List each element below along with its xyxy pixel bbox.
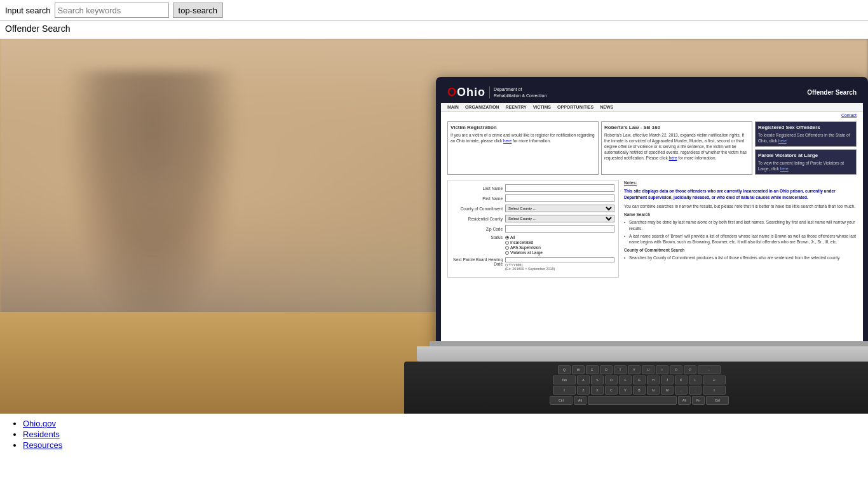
key-v: V bbox=[619, 386, 632, 395]
contact-link[interactable]: Contact bbox=[841, 113, 857, 118]
key-r: R bbox=[600, 365, 613, 374]
key-shift-l: ⇧ bbox=[553, 386, 576, 395]
last-name-input[interactable] bbox=[505, 184, 614, 192]
notes-title: Notes: bbox=[624, 180, 857, 186]
status-violators-label: Violators at Large bbox=[510, 250, 543, 255]
search-label: Input search bbox=[5, 6, 51, 15]
residential-county-label: Residential County bbox=[452, 217, 503, 221]
key-ctrl-r: Ctrl bbox=[706, 396, 729, 405]
key-d: D bbox=[605, 376, 618, 384]
info-box-sex-offenders: Registered Sex Offenders To locate Regis… bbox=[755, 121, 857, 147]
footer-link-ohio[interactable]: Ohio.gov bbox=[23, 419, 56, 428]
footer-link-residents[interactable]: Residents bbox=[23, 430, 60, 439]
ohio-nav: MAIN ORGANIZATION REENTRY VICTIMS OPPORT… bbox=[441, 103, 863, 112]
ohio-logo: OOhio Department of Rehabilitation & Cor… bbox=[447, 86, 546, 99]
key-comma: , bbox=[675, 386, 688, 395]
key-enter: ↵ bbox=[703, 376, 726, 384]
key-q: Q bbox=[558, 365, 571, 374]
status-incarcerated: Incarcerated bbox=[505, 240, 543, 245]
status-all-label: All bbox=[510, 235, 515, 240]
first-name-input[interactable] bbox=[505, 194, 614, 202]
parole-violators-link[interactable]: here bbox=[780, 166, 789, 171]
search-input[interactable] bbox=[55, 3, 169, 18]
nav-victims[interactable]: VICTIMS bbox=[533, 105, 551, 109]
top-search-button[interactable]: top-search bbox=[173, 3, 223, 18]
status-apa-label: APA Supervision bbox=[510, 245, 541, 250]
status-all-radio[interactable] bbox=[505, 236, 509, 240]
page-title: Offender Search bbox=[5, 24, 863, 34]
ohio-o: O bbox=[447, 86, 457, 98]
ohio-contact: Contact bbox=[441, 112, 863, 119]
name-search-title: Name Search bbox=[624, 212, 857, 218]
keyboard-row-3: ⇧ Z X C V B N M , . ⇧ bbox=[408, 386, 868, 395]
info-box-robertas: Roberta's Law - SB 160 Roberta's Law, ef… bbox=[601, 121, 752, 175]
key-space bbox=[588, 396, 677, 405]
footer-link-item-resources: Resources bbox=[23, 440, 858, 450]
status-label: Status bbox=[452, 235, 503, 240]
robertas-text: Roberta's Law, effective March 22, 2013,… bbox=[604, 132, 749, 161]
key-g: G bbox=[633, 376, 646, 384]
county-search-title: County of Commitment Search bbox=[624, 247, 857, 254]
nav-organization[interactable]: ORGANIZATION bbox=[465, 105, 499, 109]
nav-reentry[interactable]: REENTRY bbox=[505, 105, 526, 109]
key-alt-r: Alt bbox=[678, 396, 691, 405]
form-row-county-commitment: County of Commitment Select County ... bbox=[452, 205, 614, 212]
form-row-status: Status All Incarcerated bbox=[452, 235, 614, 255]
parole-date-input[interactable] bbox=[505, 257, 614, 262]
parole-violators-text: To view the current listing of Parole Vi… bbox=[758, 160, 853, 172]
key-t: T bbox=[614, 365, 627, 374]
status-apa: APA Supervision bbox=[505, 245, 543, 250]
person-silhouette bbox=[64, 71, 241, 337]
laptop-keyboard: Q W E R T Y U I O P ← Tab A S D F G H J bbox=[404, 362, 868, 414]
key-alt: Alt bbox=[574, 396, 587, 405]
footer-link-item-residents: Residents bbox=[23, 430, 858, 439]
key-j: J bbox=[661, 376, 674, 384]
name-search-bullet-2: A last name search of 'Brown' will provi… bbox=[624, 233, 857, 246]
sex-offenders-link[interactable]: here bbox=[778, 139, 787, 143]
name-search-bullet-1: Searches may be done by last name alone … bbox=[624, 219, 857, 232]
dept-line1: Department of bbox=[494, 86, 546, 92]
parole-date-label: Next Parole Board Hearing Date bbox=[452, 257, 503, 266]
page-title-bar: Offender Search bbox=[0, 21, 868, 39]
key-fn: Fn bbox=[692, 396, 705, 405]
key-ctrl: Ctrl bbox=[550, 396, 573, 405]
status-violators-radio[interactable] bbox=[505, 251, 509, 255]
dept-line2: Rehabilitation & Correction bbox=[494, 93, 546, 98]
ohio-header: OOhio Department of Rehabilitation & Cor… bbox=[441, 82, 863, 103]
search-form: Last Name First Name County of Commitmen… bbox=[447, 180, 619, 278]
robertas-title: Roberta's Law - SB 160 bbox=[604, 125, 749, 130]
key-n: N bbox=[647, 386, 660, 395]
last-name-label: Last Name bbox=[452, 186, 503, 191]
hero-section: OOhio Department of Rehabilitation & Cor… bbox=[0, 39, 868, 414]
form-row-last-name: Last Name bbox=[452, 184, 614, 192]
key-w: W bbox=[572, 365, 585, 374]
laptop-container: OOhio Department of Rehabilitation & Cor… bbox=[398, 77, 868, 407]
nav-news[interactable]: NEWS bbox=[600, 105, 613, 109]
sex-offenders-title: Registered Sex Offenders bbox=[758, 125, 853, 130]
notes-area: Notes: This site displays data on those … bbox=[624, 180, 857, 278]
residential-county-select[interactable]: Select County ... bbox=[505, 215, 614, 222]
nav-opportunities[interactable]: OPPORTUNITIES bbox=[557, 105, 593, 109]
search-area: Last Name First Name County of Commitmen… bbox=[441, 177, 863, 280]
victim-reg-link[interactable]: here bbox=[503, 139, 512, 143]
key-tab: Tab bbox=[553, 376, 576, 384]
status-violators: Violators at Large bbox=[505, 250, 543, 255]
key-period: . bbox=[689, 386, 702, 395]
info-boxes: Victim Registration If you are a victim … bbox=[441, 119, 863, 177]
key-o: O bbox=[670, 365, 682, 374]
info-box-parole-violators: Parole Violators at Large To view the cu… bbox=[755, 149, 857, 175]
parole-date-hint: (YYYYMM)(Ex: 201809 = September 2018) bbox=[505, 263, 614, 271]
footer-link-resources[interactable]: Resources bbox=[23, 440, 62, 450]
status-radio-group: All Incarcerated APA Supervision bbox=[505, 235, 543, 255]
zip-input[interactable] bbox=[505, 225, 614, 233]
key-backspace: ← bbox=[698, 365, 721, 374]
nav-main[interactable]: MAIN bbox=[447, 105, 459, 109]
first-name-label: First Name bbox=[452, 196, 503, 201]
status-apa-radio[interactable] bbox=[505, 246, 509, 250]
form-row-zip: Zip Code bbox=[452, 225, 614, 233]
robertas-link[interactable]: here bbox=[669, 156, 677, 160]
status-incarcerated-radio[interactable] bbox=[505, 241, 509, 245]
victim-reg-title: Victim Registration bbox=[451, 125, 595, 130]
key-f: F bbox=[619, 376, 632, 384]
county-commitment-select[interactable]: Select County ... bbox=[505, 205, 614, 212]
